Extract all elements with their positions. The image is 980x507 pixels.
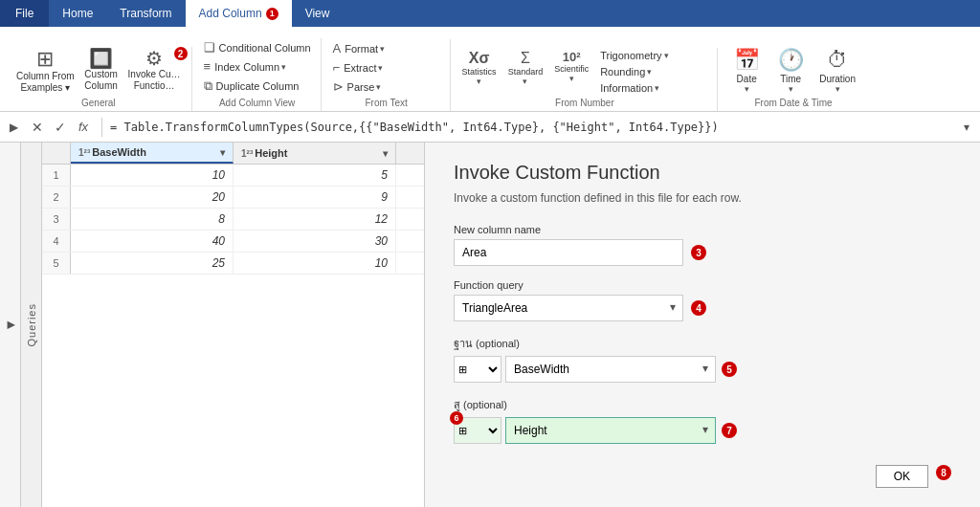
statistics-icon: Xσ xyxy=(469,50,490,67)
param2-group: สู (optional) ⊞ 6 Height 7 xyxy=(454,396,951,444)
extract-icon: ⌐ xyxy=(333,60,341,75)
statistics-button[interactable]: Xσ Statistics ▾ xyxy=(458,48,501,88)
formula-expand-button[interactable]: ▶ xyxy=(4,118,23,137)
cell-height-2: 9 xyxy=(234,187,396,208)
sidebar-collapse-button[interactable]: ◀ xyxy=(0,143,21,507)
grid-header: 1²³ BaseWidth ▾ 1²³ Height ▾ xyxy=(42,143,424,165)
data-grid: 1²³ BaseWidth ▾ 1²³ Height ▾ 1 10 5 2 20… xyxy=(42,143,425,507)
ok-button[interactable]: OK xyxy=(876,465,928,488)
param2-col-select[interactable]: Height xyxy=(505,417,716,444)
dialog-subtitle: Invoke a custom function defined in this… xyxy=(454,191,951,205)
from-text-group-label: From Text xyxy=(329,96,444,111)
col-from-examples-icon: ⊞ xyxy=(36,49,54,70)
base-width-sort[interactable]: ▾ xyxy=(220,147,225,158)
formula-cancel-button[interactable]: ✕ xyxy=(27,117,48,138)
scientific-icon: 10² xyxy=(563,50,581,64)
tab-view[interactable]: View xyxy=(292,0,344,27)
time-button[interactable]: 🕐 Time ▾ xyxy=(769,46,812,96)
cell-base-1: 10 xyxy=(71,165,234,186)
param1-type-select[interactable]: ⊞ xyxy=(454,356,501,383)
time-icon: 🕐 xyxy=(778,48,804,73)
custom-column-icon: 🔲 xyxy=(89,49,113,68)
stats-row: Xσ Statistics ▾ Σ Standard ▾ 10² Scienti… xyxy=(458,48,593,88)
ribbon-group-from-number: Xσ Statistics ▾ Σ Standard ▾ 10² Scienti… xyxy=(453,48,719,111)
duration-button[interactable]: ⏱ Duration ▾ xyxy=(813,46,861,96)
cell-height-4: 30 xyxy=(234,231,396,252)
param1-col-select[interactable]: BaseWidth xyxy=(505,356,716,383)
cell-base-5: 25 xyxy=(71,253,234,274)
height-sort[interactable]: ▾ xyxy=(383,148,388,159)
date-button[interactable]: 📅 Date ▾ xyxy=(725,46,768,96)
height-header[interactable]: 1²³ Height ▾ xyxy=(234,143,396,164)
information-button[interactable]: Information ▾ xyxy=(596,80,711,96)
ribbon-group-from-text: A Format ▾ ⌐ Extract ▾ ⊳ Parse ▾ xyxy=(323,39,451,111)
tab-home[interactable]: Home xyxy=(49,0,106,27)
trigonometry-button[interactable]: Trigonometry ▾ xyxy=(596,48,711,63)
ok-badge: 8 xyxy=(936,465,951,480)
row-num-3: 3 xyxy=(42,209,71,230)
formula-confirm-button[interactable]: ✓ xyxy=(50,117,71,138)
ribbon-content: ⊞ Column FromExamples ▾ 🔲 CustomColumn ⚙… xyxy=(0,27,980,111)
invoke-custom-dialog: Invoke Custom Function Invoke a custom f… xyxy=(425,143,980,507)
duplicate-column-button[interactable]: ⧉ Duplicate Column xyxy=(200,77,315,96)
extract-button[interactable]: ⌐ Extract ▾ xyxy=(329,58,444,77)
format-icon: A xyxy=(333,41,342,55)
param2-label: สู (optional) xyxy=(454,396,951,413)
param1-label: ฐาน (optional) xyxy=(454,335,951,352)
ok-row: OK 8 xyxy=(876,457,951,488)
main-area: ◀ Queries 1²³ BaseWidth ▾ 1²³ Height ▾ 1… xyxy=(0,143,980,507)
tab-transform[interactable]: Transform xyxy=(106,0,185,27)
add-col-view-group-label: Add Column View xyxy=(200,96,315,111)
function-query-label: Function query xyxy=(454,279,951,291)
from-text-col-group: A Format ▾ ⌐ Extract ▾ ⊳ Parse ▾ xyxy=(329,39,444,96)
cell-base-3: 8 xyxy=(71,209,234,230)
function-query-select[interactable]: TriangleArea xyxy=(454,295,683,321)
param2-badge: 7 xyxy=(722,423,737,438)
tab-add-column[interactable]: Add Column 1 xyxy=(186,0,292,27)
param2-row: ⊞ 6 Height 7 xyxy=(454,417,951,444)
function-query-group: Function query TriangleArea 4 xyxy=(454,279,951,321)
custom-column-button[interactable]: 🔲 CustomColumn xyxy=(79,47,123,94)
conditional-column-button[interactable]: ❑ Conditional Column xyxy=(200,38,315,56)
formula-separator xyxy=(101,118,102,137)
parse-icon: ⊳ xyxy=(333,79,344,94)
tab-file[interactable]: File xyxy=(0,0,49,27)
param1-row: ⊞ BaseWidth 5 xyxy=(454,356,951,383)
parse-button[interactable]: ⊳ Parse ▾ xyxy=(329,77,444,96)
invoke-custom-wrap: ⚙ Invoke Cu…Functio… 2 xyxy=(123,47,186,94)
col-from-examples-button[interactable]: ⊞ Column FromExamples ▾ xyxy=(11,47,79,96)
row-num-5: 5 xyxy=(42,253,71,274)
function-query-select-wrap: TriangleArea xyxy=(454,295,683,321)
format-button[interactable]: A Format ▾ xyxy=(329,39,444,57)
index-col-icon: ≡ xyxy=(204,59,212,74)
row-num-1: 1 xyxy=(42,165,71,186)
index-column-button[interactable]: ≡ Index Column ▾ xyxy=(200,57,315,76)
from-number-group-label: From Number xyxy=(458,96,712,111)
param2-type-wrap: ⊞ 6 xyxy=(454,417,501,444)
formula-fx-button[interactable]: fx xyxy=(73,117,94,138)
new-column-name-input[interactable] xyxy=(454,239,683,266)
row-num-header xyxy=(42,143,71,164)
table-row: 4 40 30 xyxy=(42,231,424,253)
standard-button[interactable]: Σ Standard ▾ xyxy=(504,48,547,88)
cell-height-1: 5 xyxy=(234,165,396,186)
function-query-row: TriangleArea 4 xyxy=(454,295,951,321)
add-column-badge: 1 xyxy=(266,8,278,20)
base-width-type: 1²³ xyxy=(78,147,90,158)
new-column-name-row: 3 xyxy=(454,239,951,266)
queries-panel: Queries xyxy=(21,143,42,507)
ribbon-group-from-datetime: 📅 Date ▾ 🕐 Time ▾ ⏱ Duration ▾ xyxy=(720,46,867,111)
general-items: ⊞ Column FromExamples ▾ 🔲 CustomColumn ⚙… xyxy=(11,47,186,96)
duration-icon: ⏱ xyxy=(827,48,848,73)
formula-dropdown-button[interactable]: ▾ xyxy=(957,121,976,134)
base-width-header[interactable]: 1²³ BaseWidth ▾ xyxy=(71,143,234,164)
rounding-button[interactable]: Rounding ▾ xyxy=(596,64,711,79)
table-row: 1 10 5 xyxy=(42,165,424,187)
cell-base-2: 20 xyxy=(71,187,234,208)
row-num-2: 2 xyxy=(42,187,71,208)
queries-label: Queries xyxy=(26,303,37,347)
ribbon-tab-bar: File Home Transform Add Column 1 View xyxy=(0,0,980,27)
scientific-button[interactable]: 10² Scientific ▾ xyxy=(550,48,592,88)
new-column-name-label: New column name xyxy=(454,224,951,235)
param1-badge: 5 xyxy=(722,362,737,377)
